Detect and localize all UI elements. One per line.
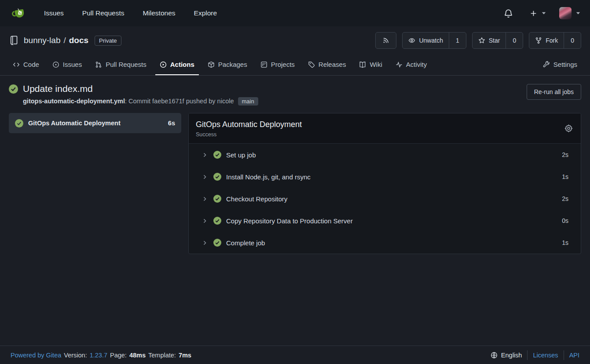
- chevron-right-icon: [202, 152, 208, 158]
- tab-settings[interactable]: Settings: [539, 55, 582, 75]
- tab-code[interactable]: Code: [8, 55, 44, 75]
- star-button-group: Star 0: [472, 32, 523, 49]
- nav-link-milestones[interactable]: Milestones: [143, 9, 175, 17]
- watch-count[interactable]: 1: [449, 33, 466, 48]
- repo-header: bunny-lab/docs Private Unwatch 1: [0, 26, 590, 55]
- step-row-checkout[interactable]: Checkout Repository 2s: [189, 188, 581, 210]
- chevron-right-icon: [202, 196, 208, 202]
- branch-badge[interactable]: main: [238, 97, 258, 106]
- user-menu-button[interactable]: [559, 7, 580, 19]
- user-avatar: [559, 7, 572, 19]
- step-duration: 1s: [562, 173, 568, 180]
- commit-info: : Commit faebe1671f pushed by nicole: [125, 98, 234, 105]
- step-duration: 0s: [562, 217, 568, 224]
- unwatch-button[interactable]: Unwatch: [403, 33, 448, 48]
- nav-link-issues[interactable]: Issues: [44, 9, 64, 17]
- job-list-item[interactable]: GitOps Automatic Deployment 6s: [9, 113, 181, 133]
- api-link[interactable]: API: [569, 352, 579, 359]
- play-circle-icon: [160, 61, 167, 68]
- version-link[interactable]: 1.23.7: [90, 352, 107, 359]
- step-row-copy[interactable]: Copy Repository Data to Production Serve…: [189, 210, 581, 232]
- step-duration: 1s: [562, 239, 568, 246]
- tab-projects[interactable]: Projects: [256, 55, 299, 75]
- repo-action-buttons: Unwatch 1 Star 0 Fork 0: [375, 32, 581, 49]
- step-duration: 2s: [562, 195, 568, 202]
- repo-tabs: Code Issues Pull Requests Actions Packag…: [0, 55, 590, 76]
- tabs-spacer: [433, 55, 536, 75]
- nav-link-explore[interactable]: Explore: [194, 9, 217, 17]
- workflow-file-link[interactable]: gitops-automatic-deployment.yml: [23, 98, 125, 105]
- fork-button[interactable]: Fork: [529, 33, 564, 48]
- tab-actions[interactable]: Actions: [155, 55, 199, 75]
- chevron-down-icon: [542, 12, 546, 15]
- rss-icon: [376, 33, 396, 48]
- tab-issues[interactable]: Issues: [48, 55, 86, 75]
- step-row-install[interactable]: Install Node.js, git, and rsync 1s: [189, 166, 581, 188]
- run-title-block: Update index.md gitops-automatic-deploym…: [9, 84, 258, 106]
- run-subtitle: gitops-automatic-deployment.yml: Commit …: [23, 97, 258, 106]
- tools-icon: [543, 61, 550, 68]
- page-time-label: Page:: [110, 352, 127, 359]
- step-success-icon: [213, 239, 221, 247]
- step-success-icon: [213, 151, 221, 159]
- repo-name[interactable]: docs: [69, 36, 88, 45]
- step-name: Checkout Repository: [226, 195, 562, 203]
- step-name: Copy Repository Data to Production Serve…: [226, 217, 562, 225]
- notifications-bell-icon[interactable]: [504, 9, 513, 18]
- git-fork-icon: [535, 37, 542, 44]
- tab-pull-requests[interactable]: Pull Requests: [91, 55, 151, 75]
- footer-left: Powered by Gitea Version: 1.23.7 Page: 4…: [11, 352, 191, 359]
- step-duration: 2s: [562, 151, 568, 158]
- step-row-complete[interactable]: Complete job 1s: [189, 232, 581, 254]
- run-title: Update index.md: [23, 84, 93, 94]
- fork-count[interactable]: 0: [564, 33, 581, 48]
- tab-packages[interactable]: Packages: [203, 55, 252, 75]
- footer-divider: [564, 350, 564, 360]
- navbar-right-cluster: [504, 7, 580, 19]
- language-selector[interactable]: English: [491, 352, 522, 359]
- fork-button-group: Fork 0: [529, 32, 581, 49]
- tab-activity[interactable]: Activity: [391, 55, 432, 75]
- tab-releases[interactable]: Releases: [304, 55, 351, 75]
- step-row-setup[interactable]: Set up job 2s: [189, 144, 581, 166]
- rss-button[interactable]: [375, 32, 396, 49]
- job-name: GitOps Automatic Deployment: [28, 120, 163, 127]
- issue-opened-icon: [52, 61, 59, 68]
- footer-right: English Licenses API: [491, 350, 579, 360]
- step-success-icon: [213, 195, 221, 203]
- powered-by-gitea-link[interactable]: Powered by Gitea: [11, 352, 61, 359]
- run-header: Update index.md gitops-automatic-deploym…: [9, 84, 581, 106]
- licenses-link[interactable]: Licenses: [533, 352, 558, 359]
- step-name: Install Node.js, git, and rsync: [226, 173, 562, 181]
- star-count[interactable]: 0: [506, 33, 523, 48]
- gitea-logo-icon[interactable]: [11, 6, 26, 21]
- job-list: GitOps Automatic Deployment 6s: [9, 113, 181, 133]
- package-icon: [208, 61, 215, 68]
- plus-icon: [530, 10, 537, 17]
- tag-icon: [308, 61, 315, 68]
- step-success-icon: [213, 173, 221, 181]
- repo-breadcrumb[interactable]: bunny-lab/docs: [24, 36, 88, 45]
- job-success-icon: [15, 119, 23, 127]
- star-button[interactable]: Star: [473, 33, 506, 48]
- template-time-value: 7ms: [179, 352, 191, 359]
- create-new-button[interactable]: [530, 10, 546, 17]
- nav-link-pull-requests[interactable]: Pull Requests: [82, 9, 125, 17]
- book-icon: [359, 61, 366, 68]
- actions-run-page: Update index.md gitops-automatic-deploym…: [0, 76, 590, 346]
- rerun-all-jobs-button[interactable]: Re-run all jobs: [527, 84, 581, 100]
- repo-owner[interactable]: bunny-lab: [24, 36, 60, 45]
- chevron-right-icon: [202, 240, 208, 246]
- run-success-icon: [9, 84, 18, 94]
- tab-wiki[interactable]: Wiki: [355, 55, 386, 75]
- git-pull-request-icon: [95, 61, 102, 68]
- globe-icon: [491, 352, 498, 359]
- repo-icon: [9, 36, 19, 46]
- gear-icon[interactable]: [564, 124, 573, 133]
- watch-button-group: Unwatch 1: [402, 32, 466, 49]
- template-time-label: Template:: [148, 352, 176, 359]
- job-panel-title: GitOps Automatic Deployment: [196, 120, 574, 129]
- run-content: GitOps Automatic Deployment 6s GitOps Au…: [9, 113, 581, 254]
- job-duration: 6s: [168, 120, 175, 127]
- version-label: Version:: [64, 352, 87, 359]
